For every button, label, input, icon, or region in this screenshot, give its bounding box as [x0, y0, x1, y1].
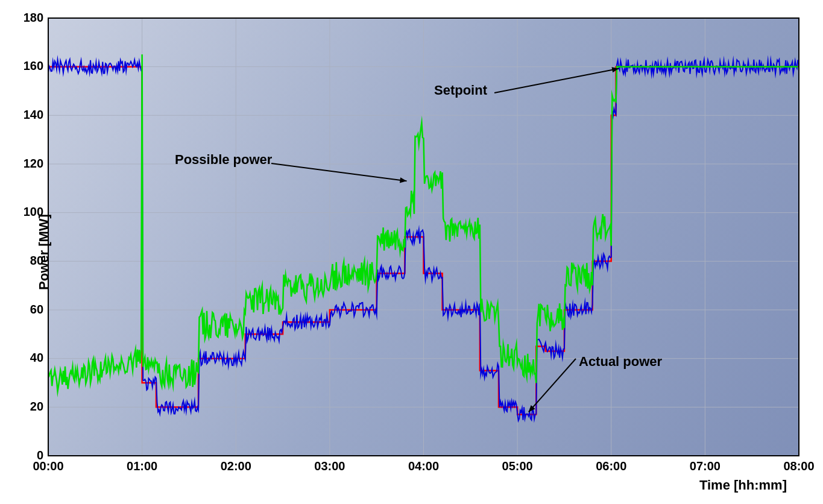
- x-axis-label: Time [hh:mm]: [699, 477, 787, 493]
- chart-container: Power [MW] Time [hh:mm]: [0, 0, 823, 504]
- chart-canvas: [0, 0, 823, 504]
- y-axis-label: Power [MW]: [36, 214, 52, 290]
